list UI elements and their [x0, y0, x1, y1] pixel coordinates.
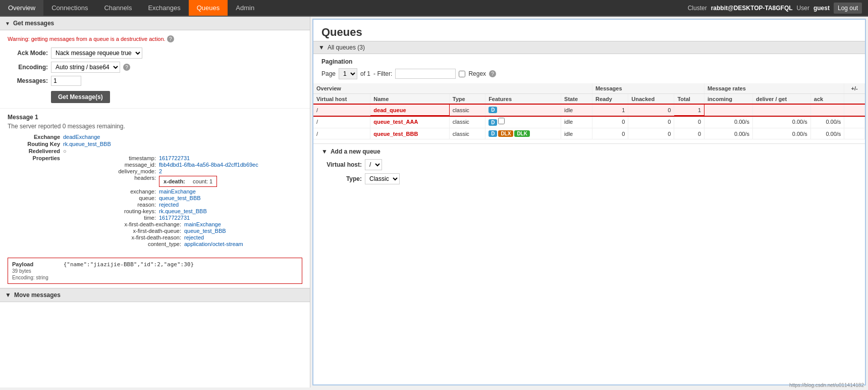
td-state: idle — [561, 105, 592, 116]
add-queue-type-row: Type: Classic — [321, 173, 857, 184]
td-name[interactable]: dead_queue — [370, 105, 450, 116]
x-first-death-queue-row: x-first-death-queue: queue_test_BBB — [63, 228, 258, 234]
queue-nested-value: queue_test_BBB — [159, 195, 201, 201]
nav-overview[interactable]: Overview — [0, 0, 43, 16]
routing-keys-label: routing-keys: — [63, 208, 159, 214]
td-ack — [810, 105, 844, 116]
nav-exchanges[interactable]: Exchanges — [140, 0, 188, 16]
message-id-row: message_id: fbb4dbd1-6fba-4a56-8ba4-d2cf… — [63, 162, 258, 168]
td-ready: 1 — [592, 105, 628, 116]
messages-input[interactable] — [51, 76, 81, 86]
left-panel: ▼ Get messages Warning: getting messages… — [0, 17, 310, 387]
plus-minus-btn[interactable]: +/- — [844, 83, 865, 94]
td-virtual-host: / — [313, 116, 370, 128]
timestamp-row: timestamp: 1617722731 — [63, 155, 258, 161]
feature-badge: DLK — [514, 130, 530, 137]
nav-connections[interactable]: Connections — [43, 0, 96, 16]
td-deliver-get: 0.00/s — [752, 128, 810, 139]
messages-row: Messages: — [8, 76, 302, 86]
add-queue-type-label: Type: — [321, 175, 362, 182]
pagination-section: Pagination Page 1 of 1 - Filter: Regex ? — [313, 54, 865, 83]
x-first-death-exchange-row: x-first-death-exchange: mainExchange — [63, 221, 258, 227]
queue-name-link[interactable]: dead_queue — [373, 107, 406, 113]
add-queue-type-select[interactable]: Classic — [365, 173, 400, 184]
queue-name-link[interactable]: queue_test_AAA — [373, 119, 418, 125]
regex-checkbox[interactable] — [459, 71, 465, 77]
of-label: of 1 — [360, 70, 370, 77]
th-ack: ack — [810, 94, 844, 105]
add-queue-vhost-select[interactable]: / — [365, 159, 382, 170]
x-first-death-reason-value: rejected — [184, 234, 204, 240]
headers-row: headers: x-death: count: 1 — [63, 175, 258, 188]
feature-checkbox[interactable] — [498, 118, 505, 124]
td-type: classic — [449, 128, 485, 139]
td-spacer — [844, 116, 865, 128]
x-first-death-queue-value: queue_test_BBB — [184, 228, 226, 234]
property-table: Exchange deadExchange Routing Key rk.que… — [8, 134, 302, 248]
queue-nested-label: queue: — [63, 195, 159, 201]
td-name[interactable]: queue_test_AAA — [370, 116, 450, 128]
td-features: D — [485, 116, 561, 128]
encoding-select[interactable]: Auto string / base64 — [51, 62, 120, 73]
reason-row: reason: rejected — [63, 202, 258, 208]
x-first-death-reason-label: x-first-death-reason: — [63, 234, 184, 240]
message-id-label: message_id: — [63, 162, 159, 168]
td-name[interactable]: queue_test_BBB — [370, 128, 450, 139]
feature-badge: DLX — [498, 130, 513, 137]
add-queue-header[interactable]: ▼ Add a new queue — [321, 148, 857, 155]
add-queue-title: Add a new queue — [331, 148, 381, 155]
ack-mode-select[interactable]: Nack message requeue true — [51, 47, 142, 59]
routing-keys-value: rk.queue_test_BBB — [159, 208, 207, 214]
headers-block: x-death: count: 1 — [159, 176, 217, 187]
nav-channels[interactable]: Channels — [96, 0, 140, 16]
properties-block: timestamp: 1617722731 message_id: fbb4db… — [63, 155, 258, 248]
warning-text: Warning: getting messages from a queue i… — [8, 35, 302, 42]
cluster-info: Cluster rabbit@DESKTOP-TA8GFQL User gues… — [682, 0, 868, 16]
nav-queues[interactable]: Queues — [189, 0, 228, 16]
user-label: User — [797, 5, 809, 12]
th-deliver-get: deliver / get — [752, 94, 810, 105]
td-total: 0 — [674, 128, 704, 139]
redelivered-row: Redelivered ○ — [8, 148, 302, 154]
td-unacked: 0 — [628, 105, 674, 116]
x-first-death-reason-row: x-first-death-reason: rejected — [63, 234, 258, 240]
main-layout: ▼ Get messages Warning: getting messages… — [0, 17, 868, 387]
td-ack: 0.00/s — [810, 116, 844, 128]
page-select[interactable]: 1 — [339, 68, 357, 79]
count-label: count: — [193, 178, 208, 184]
td-spacer — [844, 128, 865, 139]
table-column-header-row: Virtual host Name Type Features State Re… — [313, 94, 865, 105]
regex-help-icon[interactable]: ? — [489, 70, 496, 77]
reason-value: rejected — [159, 202, 179, 208]
right-panel: Queues ▼ All queues (3) Pagination Page … — [312, 19, 866, 385]
get-messages-button[interactable]: Get Message(s) — [51, 91, 110, 103]
move-messages-title: Move messages — [14, 291, 61, 299]
td-total: 1 — [674, 105, 704, 116]
table-group-header-row: Overview Messages Message rates +/- — [313, 83, 865, 94]
queue-name-link[interactable]: queue_test_BBB — [373, 131, 418, 137]
redelivered-value: ○ — [63, 148, 67, 154]
move-messages-header[interactable]: ▼ Move messages — [0, 288, 310, 302]
exchange-value: deadExchange — [63, 134, 100, 140]
headers-inner: x-death: count: 1 — [164, 178, 212, 184]
encoding-help-icon[interactable]: ? — [123, 64, 130, 71]
warning-help-icon[interactable]: ? — [167, 35, 174, 42]
td-incoming: 0.00/s — [704, 116, 753, 128]
cluster-label: Cluster — [688, 5, 707, 12]
td-features: D — [485, 105, 561, 116]
feature-badge: D — [489, 119, 497, 126]
count-value: 1 — [209, 178, 212, 184]
bottom-url: https://blog.csdn.net/u011414182 — [789, 382, 864, 387]
regex-label: Regex — [468, 70, 486, 77]
td-spacer — [844, 105, 865, 116]
filter-input[interactable] — [395, 69, 456, 79]
nav-admin[interactable]: Admin — [228, 0, 262, 16]
td-unacked: 0 — [628, 128, 674, 139]
get-messages-section-header[interactable]: ▼ Get messages — [0, 17, 310, 30]
queues-title: Queues — [313, 20, 865, 41]
pagination-label: Pagination — [321, 58, 857, 65]
message-section: Message 1 The server reported 0 messages… — [0, 108, 310, 254]
ack-mode-label: Ack Mode: — [8, 50, 48, 57]
all-queues-header[interactable]: ▼ All queues (3) — [313, 41, 865, 54]
logout-button[interactable]: Log out — [834, 3, 862, 14]
